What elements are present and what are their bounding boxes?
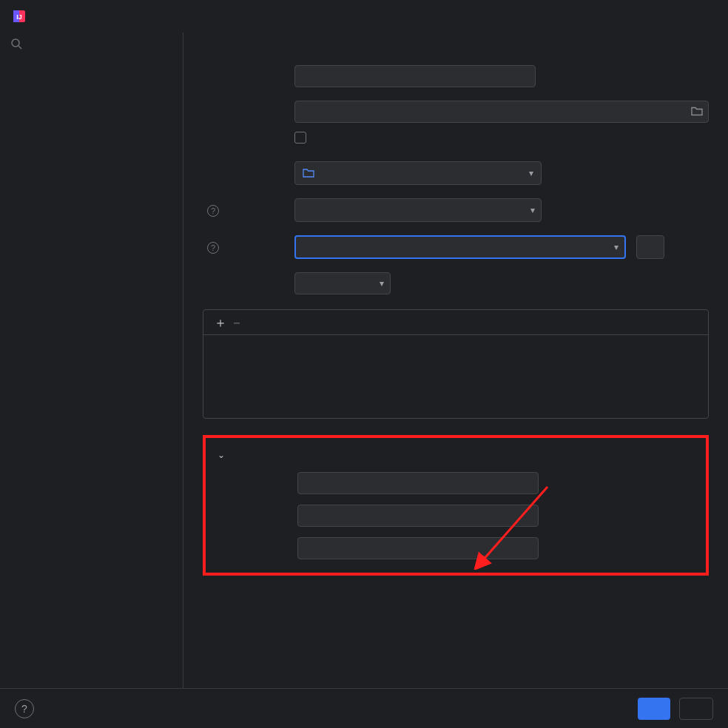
groupid-input[interactable] [297,472,539,494]
advanced-settings-panel: ⌄ [203,435,709,576]
create-button[interactable] [638,698,670,720]
help-button[interactable]: ? [15,699,34,718]
chevron-down-icon: ▾ [380,278,384,289]
app-icon: IJ [12,9,27,24]
chevron-down-icon: ▾ [614,242,619,252]
no-properties-text [203,335,708,418]
main-panel: ▾ ? ▾ ? ▾ ▾ [183,33,728,688]
name-input[interactable] [294,65,536,87]
jdk-dropdown[interactable]: ▾ [294,161,542,185]
chevron-down-icon: ▾ [529,168,533,178]
footer: ? [0,688,728,728]
catalog-dropdown[interactable]: ▾ [294,198,542,222]
generators-label [0,56,183,71]
add-property-icon[interactable]: ＋ [212,314,229,331]
sidebar [0,33,183,688]
titlebar: IJ [0,0,728,33]
chevron-down-icon: ⌄ [218,450,225,460]
adv-version-input[interactable] [297,537,539,559]
help-icon[interactable]: ? [207,205,219,217]
jdk-icon [303,167,314,180]
add-button[interactable] [636,235,664,259]
svg-point-3 [12,39,19,47]
folder-icon[interactable] [691,106,703,118]
location-input[interactable] [294,101,709,123]
git-checkbox[interactable] [294,132,306,144]
version-dropdown[interactable]: ▾ [294,272,391,294]
svg-text:IJ: IJ [16,13,22,21]
properties-box: ＋ － [203,309,709,419]
cancel-button[interactable] [679,698,713,720]
svg-line-4 [18,46,21,49]
advanced-settings-toggle[interactable]: ⌄ [218,450,697,460]
catalog-label: ? [203,204,294,217]
archetype-dropdown[interactable]: ▾ [294,235,626,259]
archetype-label: ? [203,241,294,254]
remove-property-icon[interactable]: － [229,314,245,331]
close-icon[interactable] [704,13,716,19]
chevron-down-icon: ▾ [530,205,535,215]
help-icon[interactable]: ? [207,242,219,254]
search-icon[interactable] [10,38,22,53]
artifactid-input[interactable] [297,505,539,527]
